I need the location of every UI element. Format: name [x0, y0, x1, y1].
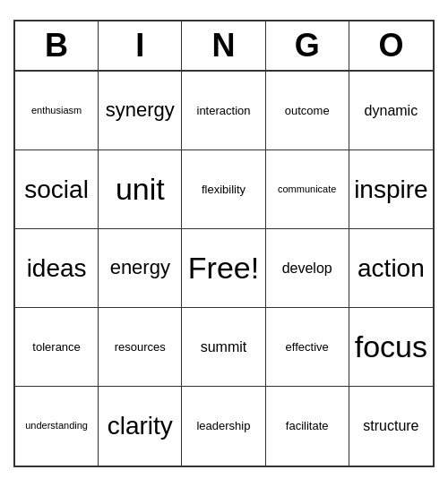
bingo-cell-text: action — [358, 253, 425, 284]
bingo-cell-text: develop — [282, 260, 332, 277]
bingo-cell-text: energy — [110, 256, 170, 279]
bingo-cell-text: focus — [355, 329, 427, 365]
bingo-cell: dynamic — [349, 72, 433, 150]
bingo-header-letter: O — [349, 21, 433, 70]
bingo-cell: interaction — [182, 72, 265, 150]
bingo-cell-text: summit — [201, 338, 247, 355]
bingo-cell: summit — [182, 308, 265, 387]
bingo-cell-text: inspire — [354, 175, 427, 205]
bingo-cell: social — [15, 150, 99, 229]
bingo-cell-text: synergy — [106, 98, 175, 122]
bingo-cell-text: Free! — [188, 250, 259, 286]
bingo-cell: leadership — [182, 387, 265, 466]
bingo-cell-text: enthusiasm — [31, 105, 82, 116]
bingo-header-letter: I — [99, 21, 182, 70]
bingo-header-letter: G — [266, 21, 349, 70]
bingo-cell: facilitate — [266, 387, 349, 466]
bingo-cell-text: effective — [286, 340, 329, 355]
bingo-cell-text: resources — [115, 340, 166, 355]
bingo-cell-text: understanding — [25, 420, 88, 431]
bingo-cell-text: unit — [116, 171, 165, 208]
bingo-cell-text: outcome — [285, 104, 330, 118]
bingo-cell-text: structure — [363, 417, 418, 434]
bingo-header-letter: B — [15, 21, 99, 70]
bingo-cell: communicate — [266, 150, 349, 229]
bingo-cell: ideas — [15, 229, 99, 308]
bingo-cell-text: flexibility — [202, 183, 246, 197]
bingo-cell: resources — [99, 308, 182, 387]
bingo-card: BINGO enthusiasmsynergyinteractionoutcom… — [13, 20, 435, 467]
bingo-cell: focus — [349, 308, 433, 387]
bingo-cell: flexibility — [182, 150, 265, 229]
bingo-cell-text: leadership — [196, 419, 250, 433]
bingo-cell: unit — [99, 150, 182, 229]
bingo-cell: clarity — [99, 387, 182, 466]
bingo-cell: develop — [266, 229, 349, 308]
bingo-cell-text: facilitate — [286, 419, 329, 433]
bingo-cell-text: dynamic — [365, 102, 418, 119]
bingo-cell-text: communicate — [278, 184, 336, 195]
bingo-cell-text: ideas — [27, 253, 87, 284]
bingo-cell: action — [349, 229, 433, 308]
bingo-cell: inspire — [349, 150, 433, 229]
bingo-grid: enthusiasmsynergyinteractionoutcomedynam… — [15, 72, 433, 466]
bingo-cell: enthusiasm — [15, 72, 99, 150]
bingo-cell-text: interaction — [197, 104, 251, 118]
bingo-cell-text: tolerance — [32, 340, 80, 355]
bingo-cell: energy — [99, 229, 182, 308]
bingo-header-letter: N — [182, 21, 265, 70]
bingo-cell: effective — [266, 308, 349, 387]
bingo-cell: structure — [349, 387, 433, 466]
bingo-cell: understanding — [15, 387, 99, 466]
bingo-cell-text: clarity — [108, 411, 173, 441]
bingo-cell: Free! — [182, 229, 265, 308]
bingo-cell: synergy — [99, 72, 182, 150]
bingo-cell: tolerance — [15, 308, 99, 387]
bingo-cell-text: social — [24, 175, 89, 205]
bingo-header: BINGO — [15, 21, 433, 72]
bingo-cell: outcome — [266, 72, 349, 150]
